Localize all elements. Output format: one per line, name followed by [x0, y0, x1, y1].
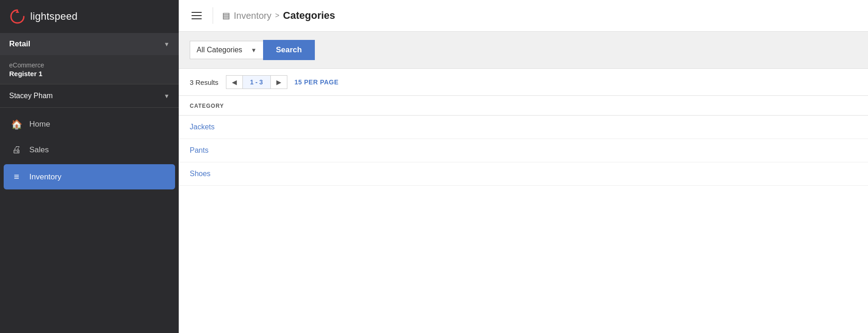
retail-chevron-icon: ▼: [164, 41, 170, 48]
category-select-label: All Categories: [197, 46, 246, 54]
page-header: ▤ Inventory > Categories: [179, 0, 868, 32]
results-bar: 3 Results ◀ 1 - 3 ▶ 15 PER PAGE: [179, 69, 868, 96]
inventory-breadcrumb-icon: ▤: [222, 11, 230, 21]
table-row[interactable]: Pants: [179, 139, 868, 162]
retail-dropdown[interactable]: Retail ▼: [0, 33, 179, 55]
inventory-icon: ≡: [11, 172, 22, 182]
sidebar-item-home-label: Home: [29, 120, 50, 129]
breadcrumb-current-page: Categories: [283, 10, 335, 22]
next-page-button[interactable]: ▶: [271, 76, 287, 89]
breadcrumb-inventory: Inventory: [234, 11, 271, 21]
sidebar-item-inventory[interactable]: ≡ Inventory: [4, 164, 175, 189]
sidebar-item-sales[interactable]: 🖨 Sales: [0, 137, 179, 162]
sidebar-item-home[interactable]: 🏠 Home: [0, 111, 179, 137]
table-row[interactable]: Shoes: [179, 162, 868, 186]
category-column-header: CATEGORY: [190, 103, 224, 109]
category-link-pants[interactable]: Pants: [190, 146, 209, 155]
user-dropdown[interactable]: Stacey Pham ▼: [0, 84, 179, 108]
category-link-jackets[interactable]: Jackets: [190, 123, 214, 131]
table-row[interactable]: Jackets: [179, 116, 868, 139]
pagination: ◀ 1 - 3 ▶: [226, 75, 287, 89]
sidebar-item-sales-label: Sales: [29, 145, 49, 155]
search-button[interactable]: Search: [263, 40, 315, 60]
breadcrumb-separator: >: [275, 11, 279, 20]
register-name: Register 1: [9, 70, 170, 78]
breadcrumb: ▤ Inventory > Categories: [222, 10, 335, 22]
category-select-chevron-icon: ▼: [251, 47, 257, 54]
logo-icon: [9, 8, 26, 25]
user-name: Stacey Pham: [9, 92, 53, 100]
per-page-label[interactable]: 15 PER PAGE: [295, 78, 339, 86]
current-page-range: 1 - 3: [242, 76, 271, 89]
menu-toggle-button[interactable]: [190, 10, 203, 21]
category-select[interactable]: All Categories ▼: [190, 41, 263, 59]
sales-icon: 🖨: [11, 144, 22, 155]
prev-page-button[interactable]: ◀: [226, 76, 242, 89]
category-link-shoes[interactable]: Shoes: [190, 170, 210, 178]
header-divider: [213, 7, 213, 24]
results-count: 3 Results: [190, 78, 219, 86]
logo-text: lightspeed: [30, 11, 77, 22]
toolbar: All Categories ▼ Search: [179, 32, 868, 69]
sidebar-nav: 🏠 Home 🖨 Sales ≡ Inventory: [0, 108, 179, 333]
hamburger-line-3: [192, 18, 202, 19]
home-icon: 🏠: [11, 119, 22, 130]
sidebar-item-inventory-label: Inventory: [29, 172, 61, 182]
logo-area: lightspeed: [0, 0, 179, 33]
table-header: CATEGORY: [179, 96, 868, 116]
register-info: eCommerce Register 1: [0, 55, 179, 84]
hamburger-line-1: [192, 12, 202, 13]
categories-table: CATEGORY Jackets Pants Shoes: [179, 96, 868, 333]
user-chevron-icon: ▼: [164, 93, 170, 100]
retail-label: Retail: [9, 39, 30, 49]
main-content: ▤ Inventory > Categories All Categories …: [179, 0, 868, 333]
sidebar: lightspeed Retail ▼ eCommerce Register 1…: [0, 0, 179, 333]
ecommerce-label: eCommerce: [9, 61, 170, 69]
hamburger-line-2: [192, 15, 202, 16]
